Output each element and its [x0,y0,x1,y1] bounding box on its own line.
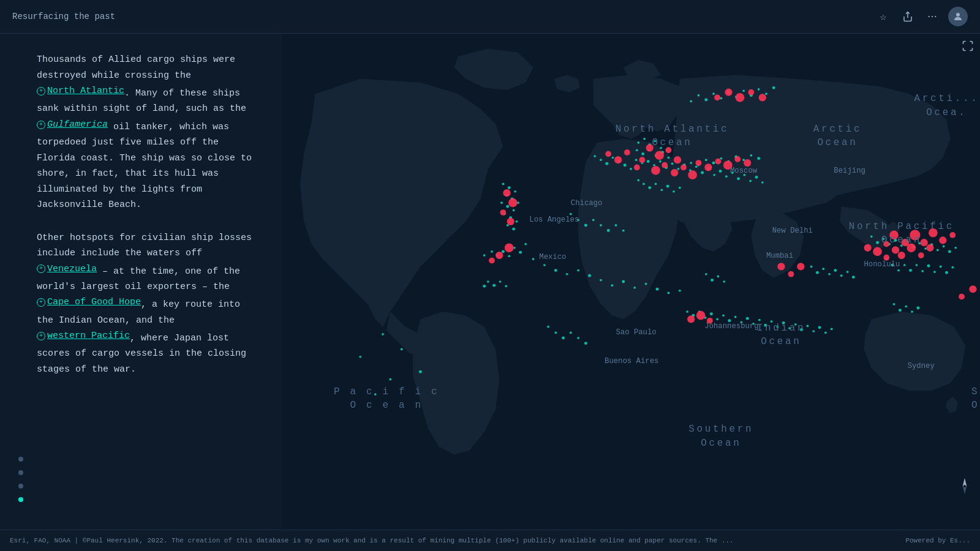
svg-text:Sao Paulo: Sao Paulo [616,328,656,337]
svg-point-193 [758,88,760,91]
svg-point-70 [502,250,505,253]
svg-point-76 [487,280,489,283]
svg-point-38 [761,181,764,184]
svg-point-49 [655,183,657,186]
svg-point-78 [499,280,502,283]
svg-point-149 [822,268,824,270]
more-icon[interactable] [924,8,941,25]
svg-point-86 [607,229,610,232]
svg-point-184 [690,100,692,103]
svg-point-167 [547,326,549,328]
page-dot-3[interactable] [18,484,23,489]
western-pacific-link[interactable]: western Pacific [37,328,130,344]
svg-point-243 [873,247,882,257]
svg-text:Arctic: Arctic [813,124,862,135]
svg-point-221 [508,198,518,208]
svg-point-159 [909,269,912,272]
svg-point-182 [359,356,361,358]
svg-point-151 [834,269,837,272]
svg-point-75 [483,254,486,257]
svg-point-191 [742,89,745,92]
map-expand-button[interactable] [962,40,974,55]
text-block-1: Thousands of Allied cargo ships were des… [37,52,257,213]
svg-point-40 [624,163,627,167]
svg-point-30 [713,174,715,176]
svg-point-237 [949,232,956,238]
svg-point-27 [695,165,698,168]
svg-point-161 [921,270,924,272]
svg-point-154 [852,276,855,279]
svg-point-139 [645,283,647,285]
svg-text:Buenos Aires: Buenos Aires [605,357,658,365]
svg-point-62 [513,209,515,212]
svg-point-147 [810,266,813,268]
svg-point-226 [489,258,495,264]
svg-point-213 [662,162,668,168]
svg-point-73 [519,251,522,254]
svg-point-68 [491,250,493,253]
svg-point-45 [594,155,596,157]
svg-text:Moscow: Moscow [730,167,758,175]
svg-point-148 [816,271,819,274]
svg-point-241 [926,244,933,252]
svg-point-3 [935,16,936,17]
svg-point-11 [636,149,638,151]
svg-point-256 [725,89,732,96]
gulfamerica-link[interactable]: Gulfamerica [37,117,108,133]
svg-point-80 [483,285,486,288]
svg-point-93 [710,312,713,315]
svg-point-138 [633,287,636,289]
svg-text:North  Pacific: North Pacific [849,221,954,232]
share-icon[interactable] [899,8,916,25]
svg-point-202 [750,154,753,157]
svg-point-85 [600,224,602,227]
svg-point-83 [584,224,587,227]
svg-point-110 [812,330,815,332]
svg-point-60 [500,201,503,204]
svg-point-16 [668,157,670,159]
footer-powered-by: Powered by Es... [905,537,970,544]
svg-point-94 [716,318,718,321]
map-container[interactable]: North Atlantic Ocean North Pacific Ocean… [282,34,980,530]
svg-point-28 [701,171,704,174]
svg-point-198 [720,157,722,160]
svg-text:Oc...: Oc... [971,400,980,411]
user-avatar[interactable] [948,7,968,26]
svg-point-225 [505,243,514,252]
svg-point-111 [818,326,821,329]
svg-point-245 [892,246,899,253]
svg-point-101 [758,319,761,321]
svg-point-163 [933,271,936,273]
north-arrow [959,477,971,499]
svg-point-4 [956,13,960,17]
page-dot-4[interactable] [18,497,23,502]
svg-marker-291 [963,486,967,495]
star-icon[interactable]: ☆ [875,8,892,25]
page-dot-2[interactable] [18,470,23,475]
svg-point-52 [673,190,675,193]
cape-good-hope-link[interactable]: Cape of Good Hope [37,294,141,310]
svg-point-169 [562,337,565,340]
svg-point-170 [570,332,572,334]
svg-point-134 [588,274,591,277]
svg-point-145 [717,276,720,278]
svg-point-55 [508,186,511,189]
svg-point-187 [712,92,715,95]
svg-point-61 [506,205,509,208]
svg-point-247 [704,163,712,171]
page-dot-1[interactable] [18,457,23,462]
svg-point-228 [696,311,706,320]
svg-text:Los Angeles: Los Angeles [529,216,579,224]
svg-point-203 [757,157,760,160]
svg-point-125 [937,249,939,252]
svg-point-150 [828,273,831,276]
svg-point-74 [524,243,527,246]
venezuela-link[interactable]: Venezuela [37,261,97,277]
svg-point-160 [916,264,918,266]
svg-point-71 [508,255,510,257]
svg-point-168 [554,332,557,334]
svg-text:Chicago: Chicago [571,199,603,208]
svg-point-259 [759,94,766,101]
north-atlantic-link[interactable]: North Atlantic [37,83,124,99]
text-block-2: Other hotspots for civilian ship losses … [37,230,257,378]
